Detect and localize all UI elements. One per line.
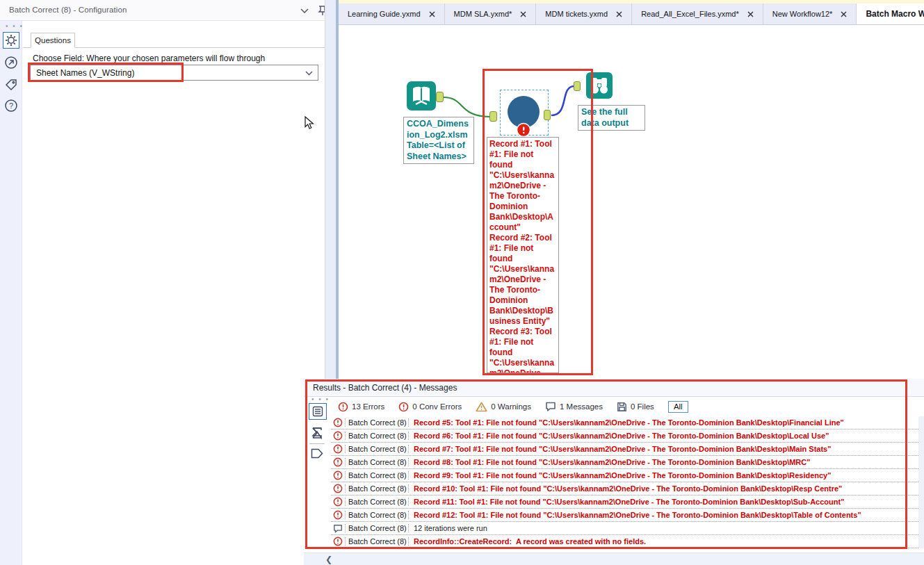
results-toolbar: 13 Errors 0 Conv Errors 0 Warnings 1 Mes… bbox=[338, 397, 924, 416]
tool-name-cell: Batch Correct (8) bbox=[345, 524, 409, 532]
tab-questions[interactable]: Questions bbox=[31, 33, 75, 48]
output-anchor[interactable] bbox=[436, 92, 444, 102]
input-tool-annotation[interactable]: CCOA_Dimension_Log2.xlsm Table=<List of … bbox=[403, 117, 474, 164]
workflow-tab-6[interactable]: Batch Macro Workflow bbox=[857, 3, 924, 24]
result-row[interactable]: Batch Correct (8) 12 iterations were run bbox=[331, 522, 918, 535]
results-side-toolbar: • • • bbox=[306, 397, 331, 552]
tool-name-cell: Batch Correct (8) bbox=[345, 484, 409, 493]
message-cell: Record #12: Tool #1: File not found "C:\… bbox=[409, 511, 918, 519]
chevron-down-icon bbox=[305, 71, 313, 76]
field-select-value: Sheet Names (V_WString) bbox=[36, 68, 134, 78]
result-row[interactable]: Batch Correct (8) Record #8: Tool #1: Fi… bbox=[331, 456, 918, 469]
workflow-tab-bar: Learning Guide.yxmd MDM SLA.yxmd* MDM ti… bbox=[339, 3, 924, 25]
result-row[interactable]: Batch Correct (8) Record #6: Tool #1: Fi… bbox=[331, 429, 918, 443]
choose-field-label: Choose Field: Where your chosen paramete… bbox=[33, 54, 265, 63]
toolbar-divider bbox=[309, 443, 325, 444]
workflow-tab-2[interactable]: MDM SLA.yxmd* bbox=[445, 3, 537, 24]
chevron-down-icon[interactable] bbox=[300, 8, 309, 14]
message-cell: RecordInfo::CreateRecord: A record was c… bbox=[409, 537, 918, 546]
errors-count[interactable]: 13 Errors bbox=[338, 402, 384, 412]
results-message-grid: Batch Correct (8) Record #5: Tool #1: Fi… bbox=[331, 416, 918, 548]
results-title: Results - Batch Correct (4) - Messages bbox=[313, 383, 457, 393]
message-cell: Record #5: Tool #1: File not found "C:\U… bbox=[409, 418, 918, 427]
error-icon bbox=[331, 497, 345, 507]
svg-text:?: ? bbox=[9, 101, 13, 110]
message-cell: Record #8: Tool #1: File not found "C:\U… bbox=[409, 458, 918, 466]
tool-name-cell: Batch Correct (8) bbox=[345, 537, 409, 546]
result-row[interactable]: Batch Correct (8) Record #5: Tool #1: Fi… bbox=[331, 416, 918, 429]
tool-name-cell: Batch Correct (8) bbox=[345, 418, 409, 427]
error-icon bbox=[331, 537, 345, 546]
workflow-tab-4[interactable]: Read_All_Excel_Files.yxmd* bbox=[632, 3, 763, 24]
browse-tool-annotation[interactable]: See the full data output bbox=[578, 105, 645, 131]
gear-icon[interactable] bbox=[3, 32, 19, 49]
tool-name-cell: Batch Correct (8) bbox=[345, 445, 409, 453]
workflow-tab-1[interactable]: Learning Guide.yxmd bbox=[339, 3, 445, 24]
macro-error-annotation[interactable]: Record #1: Tool #1: File not found "C:\U… bbox=[487, 137, 559, 373]
macro-input-anchor[interactable] bbox=[489, 111, 497, 122]
message-cell: Record #6: Tool #1: File not found "C:\U… bbox=[409, 432, 918, 440]
result-row[interactable]: Batch Correct (8) Record #11: Tool #1: F… bbox=[331, 496, 918, 509]
horizontal-scrollbar[interactable]: ❮ bbox=[304, 552, 924, 565]
warnings-count[interactable]: 0 Warnings bbox=[476, 402, 531, 412]
message-bubble-icon bbox=[545, 402, 556, 411]
error-icon bbox=[338, 402, 348, 412]
input-data-tool[interactable] bbox=[407, 81, 436, 110]
error-icon bbox=[398, 402, 409, 412]
input-data-icon bbox=[407, 81, 436, 110]
message-cell: Record #9: Tool #1: File not found "C:\U… bbox=[409, 471, 918, 480]
result-row[interactable]: Batch Correct (8) Record #12: Tool #1: F… bbox=[331, 509, 918, 522]
tool-name-cell: Batch Correct (8) bbox=[345, 498, 409, 506]
browse-tool[interactable] bbox=[586, 72, 613, 99]
error-icon bbox=[331, 484, 345, 493]
help-icon[interactable]: ? bbox=[3, 97, 19, 114]
error-icon bbox=[331, 457, 345, 467]
error-icon bbox=[331, 444, 345, 454]
tool-name-cell: Batch Correct (8) bbox=[345, 432, 409, 440]
results-vertical-scrollbar[interactable] bbox=[918, 416, 924, 548]
files-count[interactable]: 0 Files bbox=[617, 402, 654, 412]
error-icon bbox=[331, 418, 345, 427]
message-cell: Record #10: Tool #1: File not found "C:\… bbox=[409, 484, 918, 493]
tool-name-cell: Batch Correct (8) bbox=[345, 511, 409, 519]
connection-wires[interactable] bbox=[339, 25, 924, 379]
tool-name-cell: Batch Correct (8) bbox=[345, 458, 409, 466]
tag-icon[interactable] bbox=[3, 76, 19, 93]
field-select-dropdown[interactable]: Sheet Names (V_WString) bbox=[30, 65, 318, 81]
run-icon[interactable] bbox=[3, 54, 19, 71]
close-icon[interactable] bbox=[616, 11, 622, 17]
profile-sigma-icon[interactable] bbox=[311, 427, 331, 439]
messages-count[interactable]: 1 Messages bbox=[545, 402, 603, 411]
conv-errors-count[interactable]: 0 Conv Errors bbox=[398, 402, 462, 412]
close-icon[interactable] bbox=[747, 11, 754, 17]
scroll-left-arrow-icon[interactable]: ❮ bbox=[325, 555, 332, 564]
result-row[interactable]: Batch Correct (8) RecordInfo::CreateReco… bbox=[331, 535, 918, 548]
workflow-tab-3[interactable]: MDM tickets.yxmd bbox=[536, 3, 632, 24]
message-cell: Record #7: Tool #1: File not found "C:\U… bbox=[409, 445, 918, 453]
filter-all-button[interactable]: All bbox=[668, 401, 688, 413]
drag-handle-dots: • • • bbox=[6, 25, 24, 28]
close-icon[interactable] bbox=[520, 11, 526, 17]
result-row[interactable]: Batch Correct (8) Record #10: Tool #1: F… bbox=[331, 482, 918, 496]
workflow-tab-5[interactable]: New Workflow12* bbox=[763, 3, 857, 24]
error-icon bbox=[331, 470, 345, 480]
message-cell: 12 iterations were run bbox=[409, 524, 918, 532]
tool-name-cell: Batch Correct (8) bbox=[345, 471, 409, 480]
page-icon[interactable] bbox=[311, 448, 331, 459]
mouse-cursor bbox=[305, 116, 314, 130]
macro-output-anchor[interactable] bbox=[544, 110, 551, 120]
error-icon bbox=[331, 431, 345, 441]
messages-view-icon[interactable] bbox=[309, 403, 327, 420]
config-panel-title: Batch Correct (8) - Configuration bbox=[9, 6, 127, 14]
result-row[interactable]: Batch Correct (8) Record #9: Tool #1: Fi… bbox=[331, 469, 918, 482]
result-row[interactable]: Batch Correct (8) Record #7: Tool #1: Fi… bbox=[331, 443, 918, 456]
batch-macro-tool[interactable] bbox=[508, 96, 540, 138]
close-icon[interactable] bbox=[429, 11, 435, 17]
message-cell: Record #11: Tool #1: File not found "C:\… bbox=[409, 498, 918, 506]
browse-input-anchor[interactable] bbox=[574, 81, 581, 91]
browse-icon bbox=[586, 72, 613, 99]
close-icon[interactable] bbox=[841, 11, 847, 17]
wire-input-to-macro bbox=[444, 97, 490, 117]
save-file-icon bbox=[617, 402, 627, 412]
drag-handle-dots: • • • bbox=[311, 398, 331, 401]
